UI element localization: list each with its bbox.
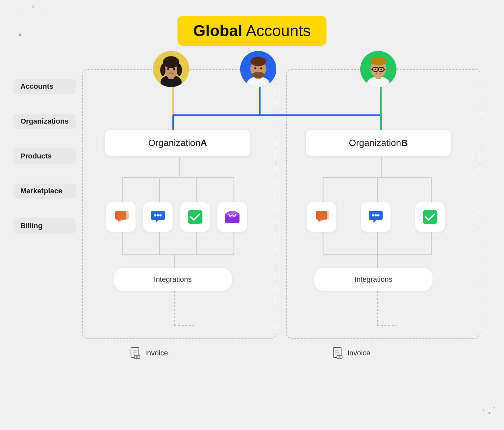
avatar-a-svg (153, 51, 189, 87)
check-green-icon-b (421, 208, 439, 226)
svg-point-66 (372, 214, 374, 217)
svg-point-40 (173, 68, 175, 70)
avatar-user-a (153, 51, 189, 87)
mail-purple-icon (223, 208, 241, 226)
invoice-label-b: Invoice (347, 349, 370, 357)
deco-dot6: ● (493, 406, 495, 409)
product-icon-check-green-b (415, 202, 445, 232)
deco-dot5: ● (483, 409, 484, 412)
integrations-box-a: Integrations (113, 268, 232, 291)
title-normal: Accounts (242, 22, 311, 39)
product-icon-mail-purple-a (217, 202, 247, 232)
svg-point-45 (252, 72, 264, 78)
invoice-box-a: $ Invoice (130, 347, 168, 359)
page-title-container: Global Accounts (177, 16, 326, 46)
svg-point-37 (160, 64, 165, 76)
org-b-prefix: Organization (349, 138, 401, 148)
svg-point-62 (154, 214, 157, 217)
sidebar-item-accounts[interactable]: Accounts (13, 79, 76, 94)
svg-point-48 (260, 67, 262, 69)
product-icon-chat-blue-b (361, 202, 391, 232)
integrations-label-a: Integrations (154, 275, 192, 284)
svg-point-64 (160, 214, 162, 217)
org-box-b: Organization B (306, 130, 451, 156)
svg-text:$: $ (136, 355, 138, 359)
product-icon-check-green-a (180, 202, 210, 232)
chat-orange-icon-b (313, 208, 330, 226)
svg-point-36 (163, 56, 179, 68)
deco-dot: · (21, 6, 23, 11)
product-icon-chat-orange-b (307, 202, 336, 232)
svg-point-47 (254, 67, 256, 69)
invoice-label-a: Invoice (145, 349, 168, 357)
svg-point-68 (377, 214, 380, 217)
title-bold: Global (193, 22, 242, 39)
sidebar-item-billing[interactable]: Billing (13, 218, 76, 233)
svg-text:$: $ (339, 355, 340, 359)
diagram-area: Organization A Organization B (79, 51, 484, 406)
org-b-bold: B (401, 138, 408, 148)
svg-rect-69 (423, 210, 437, 224)
avatar-user-b (240, 51, 276, 87)
sidebar-item-products[interactable]: Products (13, 149, 76, 164)
integrations-box-b: Integrations (314, 268, 433, 291)
svg-point-53 (370, 57, 386, 65)
product-icon-chat-orange-a (106, 202, 136, 232)
svg-point-38 (177, 64, 182, 76)
svg-point-60 (381, 69, 382, 70)
invoice-icon-b: $ (332, 347, 344, 359)
org-a-prefix: Organization (148, 138, 201, 148)
svg-rect-65 (188, 210, 202, 224)
invoice-icon-a: $ (130, 347, 142, 359)
svg-point-46 (250, 57, 266, 66)
sidebar-item-marketplace[interactable]: Marketplace (13, 183, 76, 199)
svg-point-67 (375, 214, 377, 217)
avatar-b-svg (240, 51, 276, 87)
chat-blue-icon-b (367, 208, 385, 226)
svg-point-63 (157, 214, 159, 217)
svg-point-59 (375, 69, 376, 70)
deco-dot4: ● (488, 410, 491, 415)
deco-cross: ✕ (31, 4, 35, 9)
product-icon-chat-blue-a (143, 202, 173, 232)
avatar-user-c (360, 51, 396, 87)
svg-point-39 (167, 68, 169, 70)
deco-dot3: ● (18, 31, 22, 38)
integrations-label-b: Integrations (355, 275, 392, 284)
deco-dot2: · (46, 7, 47, 12)
org-a-bold: A (200, 138, 207, 148)
check-green-icon-a (186, 208, 204, 226)
chat-blue-icon-a (149, 208, 167, 226)
page-title: Global Accounts (177, 16, 326, 46)
sidebar: Accounts Organizations Products Marketpl… (13, 79, 76, 253)
sidebar-item-organizations[interactable]: Organizations (13, 114, 76, 129)
org-box-a: Organization A (105, 130, 250, 156)
chat-orange-icon (112, 208, 130, 226)
avatar-c-svg (360, 51, 396, 87)
invoice-box-b: $ Invoice (332, 347, 370, 359)
